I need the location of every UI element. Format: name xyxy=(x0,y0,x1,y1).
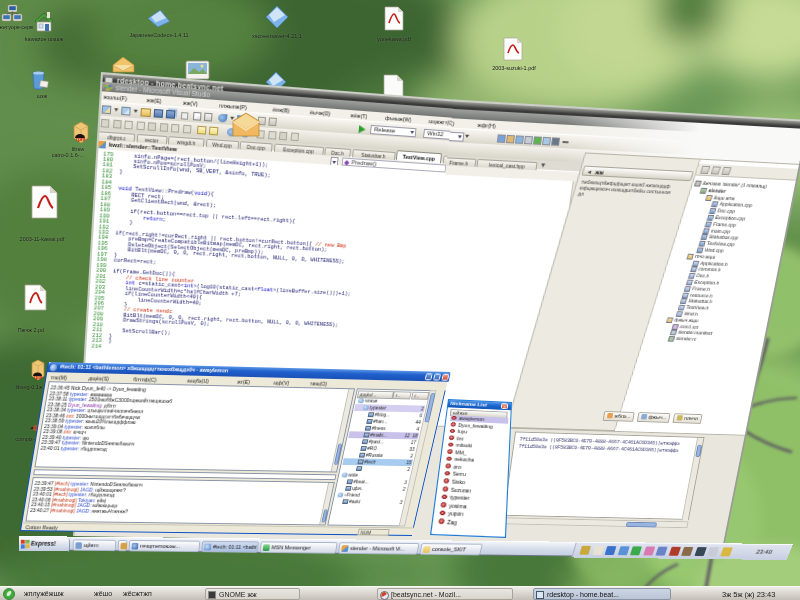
svg-text:rpm: rpm xyxy=(34,375,43,380)
svg-text:rpm: rpm xyxy=(76,136,86,142)
